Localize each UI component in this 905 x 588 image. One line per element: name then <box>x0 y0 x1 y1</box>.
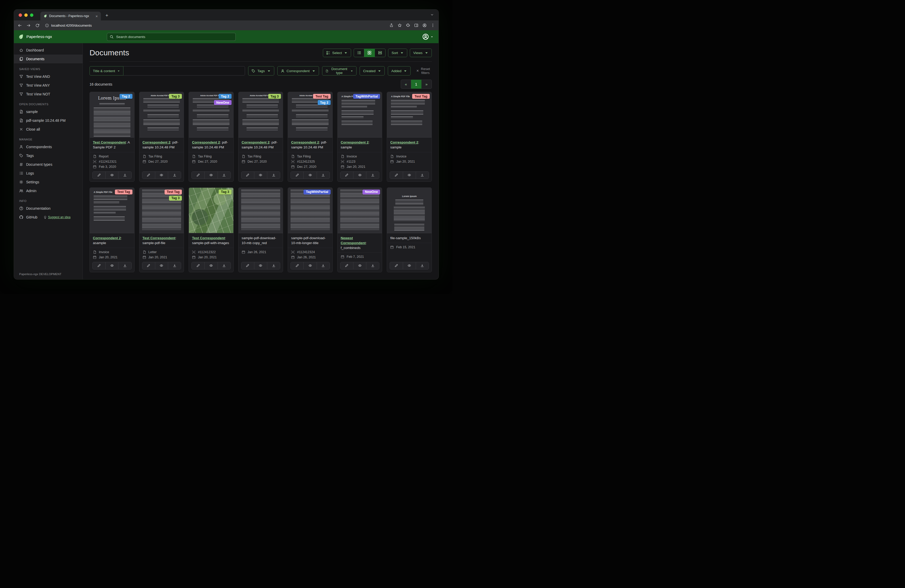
new-tab-button[interactable]: + <box>103 12 111 19</box>
sidebar-item-dashboard[interactable]: Dashboard <box>14 46 83 55</box>
tab-close-icon[interactable]: × <box>95 14 98 18</box>
view-document-button[interactable] <box>205 172 218 179</box>
document-title[interactable]: Correspondent 2: pdf-sample 10.24.48 PM <box>241 140 280 150</box>
document-card[interactable]: sample-pdf-download-10-mb copy_redJan 26… <box>238 187 283 272</box>
document-title[interactable]: Newest Correspondent: f_combineds <box>341 236 379 250</box>
sidebar-item-document-types[interactable]: Document types <box>14 160 83 169</box>
correspondent-link[interactable]: Correspondent 2 <box>291 140 319 144</box>
title-content-dropdown-button[interactable]: Title & content <box>89 66 124 76</box>
document-thumbnail[interactable]: A Simple PDF FileTest Tag <box>90 188 134 233</box>
document-thumbnail[interactable]: Adobe Acrobat PDF FilesTag 3 <box>140 92 184 138</box>
tag-badge[interactable]: Tag 3 <box>219 190 232 195</box>
edit-document-button[interactable] <box>241 262 254 269</box>
download-document-button[interactable] <box>317 172 330 179</box>
document-title[interactable]: Correspondent 2: asample <box>93 236 131 246</box>
correspondent-link[interactable]: Test Correspondent <box>93 140 126 144</box>
view-document-button[interactable] <box>353 262 366 269</box>
document-thumbnail[interactable]: A Simple PDF FileTest Tag <box>387 92 432 138</box>
document-title[interactable]: Correspondent 2: pdf-sample 10.24.48 PM <box>291 140 329 150</box>
sidebar-item-correspondents[interactable]: Correspondents <box>14 143 83 151</box>
created-filter-button[interactable]: Created <box>360 66 385 76</box>
tags-filter-button[interactable]: Tags <box>248 66 274 76</box>
view-document-button[interactable] <box>105 172 118 179</box>
document-title[interactable]: Correspondent 2: sample <box>390 140 429 150</box>
reload-icon[interactable] <box>35 23 40 28</box>
maximize-window-button[interactable] <box>30 13 33 17</box>
edit-document-button[interactable] <box>192 172 205 179</box>
user-menu[interactable] <box>422 33 434 40</box>
document-thumbnail[interactable]: Lorem ipsum <box>387 188 432 233</box>
edit-document-button[interactable] <box>142 262 155 269</box>
views-button[interactable]: Views <box>410 49 432 57</box>
side-panel-icon[interactable] <box>414 23 418 27</box>
sidebar-item-documents[interactable]: Documents <box>14 55 83 63</box>
document-title[interactable]: sample-pdf-download-10-mb-longer-title <box>291 236 329 246</box>
correspondent-link[interactable]: Correspondent 2 <box>390 140 418 144</box>
filter-text-input[interactable] <box>124 66 245 76</box>
view-document-button[interactable] <box>254 172 267 179</box>
tag-badge[interactable]: Tag 2 <box>119 94 132 99</box>
edit-document-button[interactable] <box>390 262 403 269</box>
correspondent-link[interactable]: Correspondent 2 <box>143 140 170 144</box>
sidebar-item-pdf-sample-10-24-48-pm[interactable]: pdf-sample 10.24.48 PM <box>14 116 83 125</box>
download-document-button[interactable] <box>366 172 379 179</box>
document-card[interactable]: A Simple PDF FileTest TagCorrespondent 2… <box>89 187 135 272</box>
next-page-button[interactable]: » <box>421 80 432 89</box>
tab-search-chevron-icon[interactable] <box>430 13 434 17</box>
extensions-icon[interactable] <box>406 23 410 27</box>
edit-document-button[interactable] <box>93 172 105 179</box>
download-document-button[interactable] <box>267 262 280 269</box>
document-title[interactable]: Correspondent 2: pdf-sample 10.24.48 PM <box>192 140 230 150</box>
sidebar-item-sample[interactable]: sample <box>14 107 83 116</box>
document-thumbnail[interactable]: Lorem IpsumTag 2 <box>90 92 134 138</box>
page-1-button[interactable]: 1 <box>411 80 421 89</box>
correspondent-link[interactable]: Correspondent 2 <box>93 236 121 240</box>
previous-page-button[interactable]: « <box>401 80 411 89</box>
view-document-button[interactable] <box>303 172 316 179</box>
document-title[interactable]: Test Correspondent: A Sample PDF 2 <box>93 140 131 150</box>
sidebar-item-test-view-and[interactable]: Test View AND <box>14 72 83 81</box>
suggest-an-idea-link[interactable]: Suggest an idea <box>43 216 71 219</box>
edit-document-button[interactable] <box>390 172 403 179</box>
browser-tab[interactable]: Documents - Paperless-ngx × <box>40 12 101 21</box>
download-document-button[interactable] <box>118 172 131 179</box>
tag-badge[interactable]: NewOne <box>214 100 232 105</box>
sort-button[interactable]: Sort <box>388 49 407 57</box>
tag-badge[interactable]: Test Tag <box>165 190 182 195</box>
back-icon[interactable] <box>17 23 22 28</box>
tag-badge[interactable]: TagWithPartial <box>353 94 380 99</box>
document-thumbnail[interactable]: TagWithPartial <box>288 188 332 233</box>
document-card[interactable]: Tag 3Test Correspondent: sample-pdf-with… <box>189 187 233 272</box>
tag-badge[interactable]: Tag 3 <box>169 196 182 201</box>
tag-badge[interactable]: NewOne <box>362 190 380 195</box>
document-card[interactable]: Adobe Acrobat PDF FilesTag 2NewOneCorres… <box>189 92 233 182</box>
edit-document-button[interactable] <box>340 172 353 179</box>
view-document-button[interactable] <box>403 262 416 269</box>
document-title[interactable]: sample-pdf-download-10-mb copy_red <box>241 236 280 246</box>
edit-document-button[interactable] <box>93 262 105 269</box>
document-card[interactable]: Test TagTag 3Test Correspondent: sample-… <box>139 187 184 272</box>
document-card[interactable]: Adobe Acrobat PDF FilesTest TagTag 2Corr… <box>288 92 333 182</box>
added-filter-button[interactable]: Added <box>388 66 411 76</box>
download-document-button[interactable] <box>168 172 181 179</box>
share-icon[interactable] <box>389 23 394 27</box>
document-card[interactable]: A Simple PDF FileTest TagCorrespondent 2… <box>387 92 432 182</box>
sidebar-item-settings[interactable]: Settings <box>14 178 83 186</box>
download-document-button[interactable] <box>218 172 230 179</box>
document-card[interactable]: TagWithPartialsample-pdf-download-10-mb-… <box>288 187 333 272</box>
document-thumbnail[interactable]: NewOne <box>338 188 382 233</box>
tag-badge[interactable]: Tag 3 <box>268 94 281 99</box>
document-title[interactable]: file-sample_150kBs <box>390 236 429 241</box>
view-document-button[interactable] <box>353 172 366 179</box>
forward-icon[interactable] <box>26 23 31 28</box>
download-document-button[interactable] <box>366 262 379 269</box>
download-document-button[interactable] <box>317 262 330 269</box>
select-button[interactable]: Select <box>323 49 351 57</box>
correspondent-link[interactable]: Correspondent 2 <box>192 140 220 144</box>
document-thumbnail[interactable]: Test TagTag 3 <box>140 188 184 233</box>
sidebar-item-admin[interactable]: Admin <box>14 186 83 195</box>
address-bar[interactable]: localhost:4200/documents <box>45 24 385 27</box>
correspondent-link[interactable]: Correspondent 2 <box>341 140 369 144</box>
document-card[interactable]: Adobe Acrobat PDF FilesTag 3Corresponden… <box>139 92 184 182</box>
edit-document-button[interactable] <box>291 172 303 179</box>
